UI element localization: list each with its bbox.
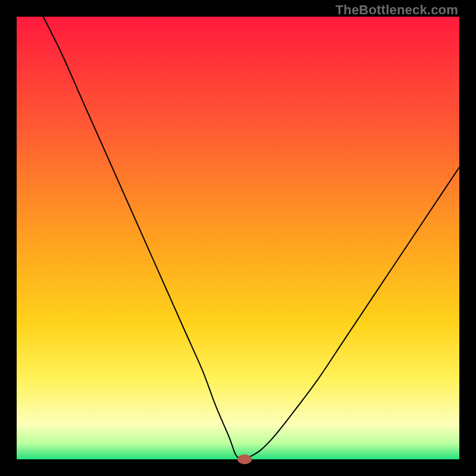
curve-svg xyxy=(17,17,459,459)
chart-frame: TheBottleneck.com xyxy=(0,0,476,476)
plot-area xyxy=(17,17,459,459)
watermark-text: TheBottleneck.com xyxy=(336,2,458,18)
minimum-marker xyxy=(237,455,252,464)
bottleneck-curve xyxy=(43,17,459,459)
